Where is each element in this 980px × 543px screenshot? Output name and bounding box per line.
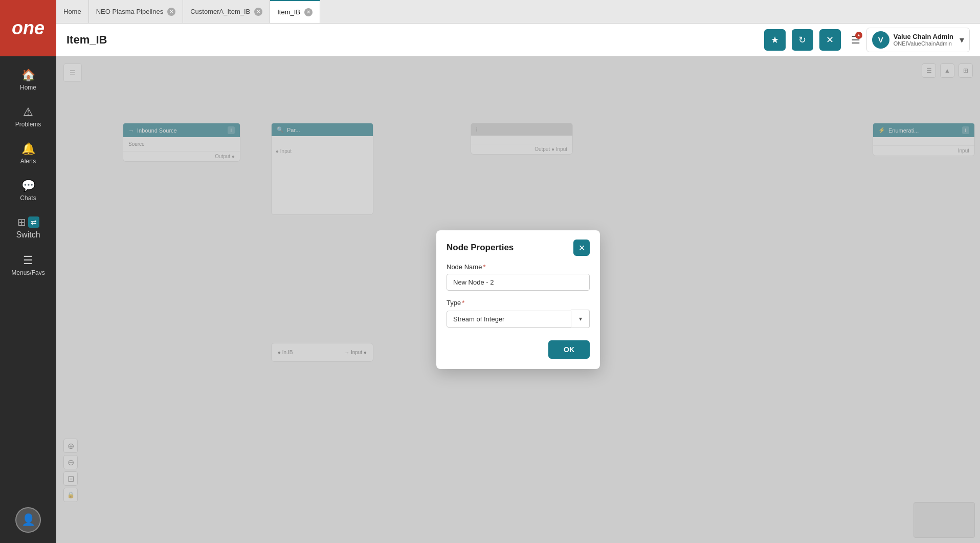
- tab-home-label: Home: [63, 8, 81, 15]
- sidebar-item-switch[interactable]: ⊞ ⇄ Switch: [0, 209, 56, 247]
- tab-customerA-label: CustomerA_Item_IB: [190, 8, 250, 15]
- menu-button[interactable]: ☰: [851, 34, 860, 46]
- user-dropdown-icon: ▾: [960, 34, 964, 46]
- modal-header: Node Properties ✕: [436, 230, 600, 263]
- tab-neo-label: NEO Plasma Pipelines: [96, 8, 164, 15]
- modal-footer: OK: [447, 336, 590, 359]
- close-icon: ✕: [826, 34, 834, 46]
- close-tab-button[interactable]: ✕: [819, 29, 841, 51]
- canvas-area: → Inbound Source i Source Output ● 🔍 Par…: [56, 56, 980, 543]
- user-avatar-sidebar[interactable]: 👤: [15, 507, 41, 533]
- node-name-label: Node Name*: [447, 263, 590, 271]
- sidebar-item-chats[interactable]: 💬 Chats: [0, 172, 56, 209]
- alerts-icon: 🔔: [21, 142, 35, 156]
- home-icon: 🏠: [21, 69, 35, 82]
- sidebar-item-menus[interactable]: ☰ Menus/Favs: [0, 247, 56, 284]
- star-button[interactable]: ★: [764, 29, 786, 51]
- user-username: ONEIValueChainAdmin: [894, 40, 953, 47]
- modal-close-icon: ✕: [578, 243, 585, 253]
- header-bar: Item_IB ★ ↻ ✕ ☰ V Value Chain Admin ONEI…: [56, 24, 980, 56]
- modal-close-button[interactable]: ✕: [573, 240, 590, 256]
- sidebar-bottom: 👤: [15, 507, 41, 543]
- main-area: Home NEO Plasma Pipelines ✕ CustomerA_It…: [56, 0, 980, 543]
- node-name-input[interactable]: [447, 274, 590, 291]
- tab-item-ib-close[interactable]: ✕: [304, 8, 313, 16]
- notification-dot: [855, 32, 862, 39]
- tab-neo[interactable]: NEO Plasma Pipelines ✕: [89, 0, 184, 23]
- sidebar-label-chats: Chats: [20, 194, 36, 202]
- tab-item-ib-label: Item_IB: [277, 8, 300, 16]
- user-avatar: V: [872, 31, 889, 49]
- type-select-container: Stream of Integer ▾: [447, 310, 590, 328]
- problems-icon: ⚠: [23, 105, 33, 119]
- user-info[interactable]: V Value Chain Admin ONEIValueChainAdmin …: [866, 28, 970, 52]
- type-dropdown-btn[interactable]: ▾: [571, 310, 590, 328]
- sidebar-label-problems: Problems: [15, 121, 41, 128]
- user-name: Value Chain Admin: [894, 33, 953, 40]
- modal-body: Node Name* Type* Stream of Integer: [436, 263, 600, 369]
- modal-overlay: Node Properties ✕ Node Name* Type*: [56, 56, 980, 543]
- sidebar-label-alerts: Alerts: [20, 158, 36, 165]
- refresh-icon: ↻: [798, 34, 806, 46]
- ok-button[interactable]: OK: [548, 340, 590, 359]
- page-title: Item_IB: [66, 33, 758, 47]
- refresh-button[interactable]: ↻: [792, 29, 813, 51]
- switch-right-icon: ⇄: [28, 216, 39, 228]
- app-logo[interactable]: one: [0, 0, 56, 56]
- sidebar-label-home: Home: [20, 84, 36, 91]
- type-select[interactable]: Stream of Integer: [447, 311, 571, 328]
- node-properties-modal: Node Properties ✕ Node Name* Type*: [436, 230, 600, 369]
- type-label: Type*: [447, 299, 590, 307]
- sidebar-label-switch: Switch: [16, 230, 40, 240]
- modal-title: Node Properties: [447, 243, 514, 253]
- chevron-down-icon: ▾: [579, 315, 582, 322]
- tab-home[interactable]: Home: [56, 0, 89, 23]
- sidebar-item-problems[interactable]: ⚠ Problems: [0, 98, 56, 135]
- tab-customerA-close[interactable]: ✕: [254, 8, 262, 16]
- switch-left-icon: ⊞: [17, 216, 26, 228]
- chats-icon: 💬: [21, 179, 35, 192]
- menus-icon: ☰: [23, 254, 33, 267]
- sidebar: one 🏠 Home ⚠ Problems 🔔 Alerts 💬 Chats ⊞…: [0, 0, 56, 543]
- sidebar-label-menus: Menus/Favs: [11, 269, 44, 276]
- logo-text: one: [12, 17, 44, 39]
- node-name-group: Node Name*: [447, 263, 590, 291]
- star-icon: ★: [771, 34, 779, 46]
- type-group: Type* Stream of Integer ▾: [447, 299, 590, 328]
- tab-item-ib[interactable]: Item_IB ✕: [270, 0, 320, 23]
- tab-customerA[interactable]: CustomerA_Item_IB ✕: [183, 0, 270, 23]
- user-details: Value Chain Admin ONEIValueChainAdmin: [894, 33, 953, 47]
- tab-bar: Home NEO Plasma Pipelines ✕ CustomerA_It…: [56, 0, 980, 24]
- switch-icons: ⊞ ⇄: [17, 216, 39, 228]
- sidebar-item-alerts[interactable]: 🔔 Alerts: [0, 135, 56, 172]
- sidebar-item-home[interactable]: 🏠 Home: [0, 61, 56, 98]
- sidebar-nav: 🏠 Home ⚠ Problems 🔔 Alerts 💬 Chats ⊞ ⇄ S…: [0, 56, 56, 507]
- tab-neo-close[interactable]: ✕: [167, 8, 175, 16]
